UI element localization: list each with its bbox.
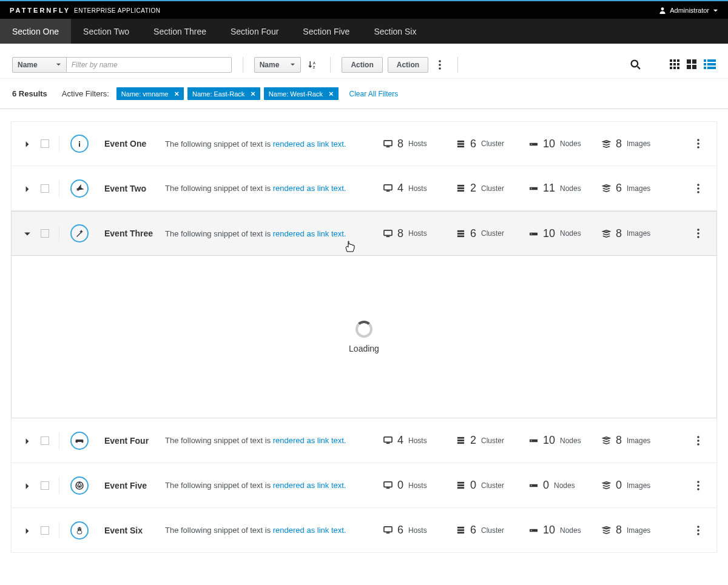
svg-point-6 — [631, 61, 638, 67]
cluster-icon — [456, 184, 465, 193]
svg-rect-11 — [673, 63, 676, 65]
nav-tab-0[interactable]: Section One — [0, 19, 71, 44]
row-type-icon — [70, 179, 89, 198]
metric-hosts: 4Hosts — [383, 434, 435, 447]
row-kebab[interactable] — [697, 526, 709, 535]
search-icon — [630, 59, 641, 70]
action-button-1[interactable]: Action — [342, 57, 382, 73]
expand-toggle[interactable] — [24, 526, 32, 535]
find-button[interactable] — [629, 57, 642, 73]
nav-tab-1[interactable]: Section Two — [71, 19, 141, 44]
row-kebab[interactable] — [697, 481, 709, 490]
svg-rect-91 — [457, 532, 464, 533]
view-cards-button[interactable] — [687, 59, 699, 71]
row-title: Event Five — [104, 481, 165, 490]
metric-cluster: 6Cluster — [456, 138, 508, 150]
row-description: The following snippet of text is rendere… — [165, 481, 371, 490]
cluster-icon — [456, 139, 465, 149]
remove-chip-icon[interactable]: × — [174, 89, 179, 98]
expand-toggle[interactable] — [24, 229, 32, 238]
svg-rect-52 — [457, 235, 464, 237]
metric-hosts: 8Hosts — [383, 138, 435, 150]
masthead: PATTERNFLY ENTERPRISE APPLICATION Admini… — [0, 2, 728, 19]
svg-rect-31 — [457, 143, 464, 145]
filter-attribute-dropdown[interactable]: Name — [12, 57, 67, 73]
active-filters-row: 6 Results Active Filters: Name: vmname×N… — [0, 79, 728, 109]
images-icon — [602, 139, 611, 149]
metric-cluster: 6Cluster — [456, 227, 508, 240]
expand-toggle[interactable] — [24, 184, 32, 193]
hosts-icon — [383, 184, 393, 193]
nodes-icon — [529, 526, 538, 535]
row-checkbox[interactable] — [41, 436, 49, 445]
svg-rect-27 — [79, 143, 80, 147]
view-list-button[interactable] — [704, 59, 716, 71]
nodes-icon — [529, 481, 538, 490]
toolbar-kebab[interactable] — [433, 57, 447, 73]
row-checkbox[interactable] — [41, 229, 49, 238]
list-row[interactable]: Event FourThe following snippet of text … — [11, 418, 717, 463]
row-link[interactable]: rendered as link text. — [273, 229, 346, 238]
row-kebab[interactable] — [697, 184, 709, 193]
svg-text:A: A — [313, 61, 316, 65]
nav-tab-3[interactable]: Section Four — [218, 19, 291, 44]
svg-rect-14 — [673, 67, 676, 69]
row-link[interactable]: rendered as link text. — [273, 184, 346, 193]
sort-alpha-icon: AZ — [307, 59, 318, 70]
kebab-icon — [697, 184, 699, 193]
cluster-icon — [456, 526, 465, 535]
row-type-icon — [70, 135, 89, 153]
row-checkbox[interactable] — [41, 481, 49, 490]
svg-rect-13 — [670, 67, 672, 69]
svg-point-86 — [80, 528, 81, 529]
brand-name: PATTERNFLY — [10, 7, 70, 14]
expand-toggle[interactable] — [24, 436, 32, 445]
view-tiles-button[interactable] — [670, 59, 682, 71]
svg-point-84 — [77, 530, 82, 534]
kebab-icon — [697, 436, 699, 446]
svg-rect-29 — [386, 146, 390, 147]
row-type-icon — [70, 521, 89, 540]
row-link[interactable]: rendered as link text. — [273, 436, 346, 445]
expand-toggle[interactable] — [24, 481, 32, 490]
row-title: Event Two — [104, 184, 165, 193]
row-kebab[interactable] — [697, 139, 709, 149]
remove-chip-icon[interactable]: × — [251, 89, 255, 98]
row-checkbox[interactable] — [41, 526, 49, 535]
row-link[interactable]: rendered as link text. — [273, 139, 346, 149]
nav-tab-5[interactable]: Section Six — [362, 19, 428, 44]
list-row[interactable]: Event OneThe following snippet of text i… — [11, 121, 717, 166]
row-link[interactable]: rendered as link text. — [273, 481, 346, 490]
cluster-icon — [456, 229, 465, 238]
row-kebab[interactable] — [697, 436, 709, 446]
user-menu[interactable]: Administrator — [659, 7, 718, 14]
svg-point-85 — [78, 528, 79, 529]
remove-chip-icon[interactable]: × — [329, 89, 334, 98]
nav-tab-2[interactable]: Section Three — [141, 19, 218, 44]
kebab-icon — [697, 481, 699, 490]
grid-large-icon — [687, 59, 698, 70]
action-button-2[interactable]: Action — [388, 57, 428, 73]
clear-all-filters[interactable]: Clear All Filters — [349, 90, 399, 98]
active-filters-label: Active Filters: — [62, 89, 109, 98]
list-row[interactable]: Event FiveThe following snippet of text … — [11, 463, 717, 508]
sort-alpha-button[interactable]: AZ — [306, 57, 319, 73]
list-row[interactable]: Event ThreeThe following snippet of text… — [11, 211, 717, 256]
row-kebab[interactable] — [697, 229, 709, 238]
expand-toggle[interactable] — [24, 139, 32, 148]
row-link[interactable]: rendered as link text. — [273, 526, 346, 535]
row-checkbox[interactable] — [41, 184, 49, 193]
images-icon — [602, 481, 611, 490]
svg-rect-50 — [457, 230, 464, 232]
row-checkbox[interactable] — [41, 139, 49, 148]
svg-point-71 — [697, 443, 699, 446]
list-row[interactable]: Event SixThe following snippet of text i… — [11, 508, 717, 553]
chevron-down-icon — [290, 62, 295, 67]
sort-attribute-dropdown[interactable]: Name — [254, 57, 302, 73]
row-title: Event Three — [104, 229, 165, 238]
list-row[interactable]: Event TwoThe following snippet of text i… — [11, 166, 717, 211]
nav-tab-4[interactable]: Section Five — [291, 19, 362, 44]
filter-input[interactable] — [67, 57, 232, 73]
metric-images: 0Images — [602, 479, 653, 492]
loading-label: Loading — [349, 344, 379, 353]
